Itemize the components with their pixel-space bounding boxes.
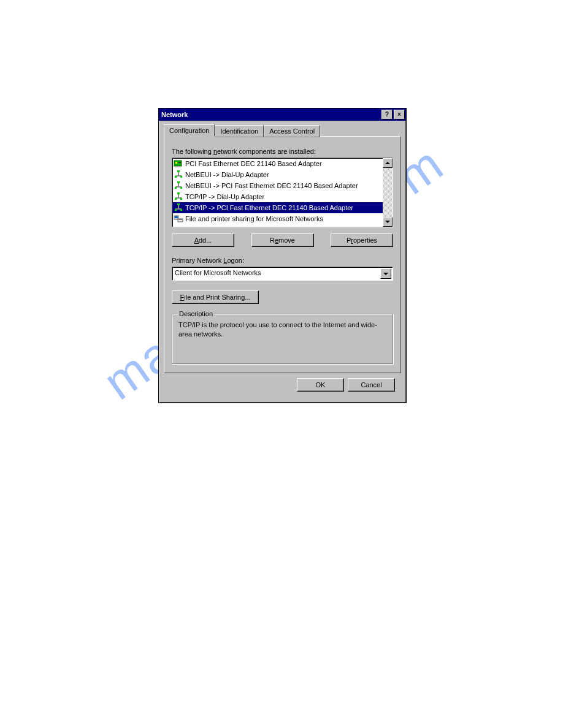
svg-rect-0 — [174, 161, 182, 166]
svg-rect-2 — [178, 162, 181, 163]
tab-identification[interactable]: Identification — [215, 125, 264, 137]
logon-label: Primary Network Logon: — [172, 257, 393, 264]
components-listbox[interactable]: PCI Fast Ethernet DEC 21140 Based Adapte… — [172, 157, 393, 227]
svg-rect-13 — [177, 181, 180, 183]
titlebar[interactable]: Network ? × — [159, 108, 406, 121]
cancel-button[interactable]: Cancel — [348, 378, 395, 392]
svg-rect-6 — [175, 176, 177, 178]
properties-button[interactable]: Properties — [331, 233, 393, 247]
help-button[interactable]: ? — [381, 110, 393, 119]
list-item-label: TCP/IP -> PCI Fast Ethernet DEC 21140 Ba… — [185, 204, 353, 211]
svg-rect-7 — [180, 176, 182, 178]
primary-logon-combo[interactable]: Client for Microsoft Networks — [172, 267, 393, 281]
svg-rect-21 — [175, 209, 177, 211]
description-groupbox: Description TCP/IP is the protocol you u… — [172, 314, 393, 364]
list-item-label: NetBEUI -> PCI Fast Ethernet DEC 21140 B… — [185, 182, 358, 189]
list-item[interactable]: TCP/IP -> PCI Fast Ethernet DEC 21140 Ba… — [172, 202, 383, 213]
proto-icon — [174, 181, 183, 191]
list-item-label: File and printer sharing for Microsoft N… — [185, 215, 323, 222]
proto-icon — [174, 203, 183, 213]
list-item-label: NetBEUI -> Dial-Up Adapter — [185, 171, 269, 178]
list-item[interactable]: NetBEUI -> Dial-Up Adapter — [172, 169, 383, 180]
list-item[interactable]: File and printer sharing for Microsoft N… — [172, 213, 383, 224]
proto-icon — [174, 170, 183, 180]
svg-rect-3 — [175, 166, 181, 167]
svc-icon — [174, 214, 183, 224]
list-item[interactable]: NetBEUI -> PCI Fast Ethernet DEC 21140 B… — [172, 180, 383, 191]
list-item-label: PCI Fast Ethernet DEC 21140 Based Adapte… — [185, 160, 322, 167]
svg-rect-8 — [177, 170, 180, 172]
close-button[interactable]: × — [394, 110, 405, 119]
list-item-label: TCP/IP -> Dial-Up Adapter — [185, 193, 264, 200]
tabstrip: Configuration Identification Access Cont… — [164, 124, 401, 137]
dialog-title: Network — [161, 111, 188, 118]
svg-rect-18 — [177, 192, 180, 194]
chevron-down-icon — [383, 273, 388, 275]
chevron-down-icon — [385, 221, 390, 223]
scroll-track[interactable] — [383, 168, 393, 217]
nic-icon — [174, 159, 183, 169]
svg-rect-27 — [178, 219, 182, 220]
primary-logon-value: Client for Microsoft Networks — [172, 267, 379, 280]
svg-rect-1 — [175, 162, 177, 164]
svg-rect-11 — [175, 187, 177, 189]
svg-rect-12 — [180, 187, 182, 189]
description-title: Description — [177, 310, 215, 317]
list-item[interactable]: TCP/IP -> Dial-Up Adapter — [172, 191, 383, 202]
ok-button[interactable]: OK — [297, 378, 344, 392]
remove-button[interactable]: Remove — [251, 233, 314, 247]
scroll-down-button[interactable] — [383, 217, 393, 227]
tab-access-control[interactable]: Access Control — [264, 125, 320, 137]
scrollbar[interactable] — [383, 158, 393, 227]
svg-rect-17 — [180, 198, 182, 200]
combo-dropdown-button[interactable] — [380, 268, 391, 279]
file-print-sharing-button[interactable]: File and Print Sharing... — [172, 290, 259, 304]
components-label: The following network components are ins… — [172, 148, 393, 155]
description-text: TCP/IP is the protocol you use to connec… — [178, 320, 386, 339]
svg-rect-16 — [175, 198, 177, 200]
tab-configuration[interactable]: Configuration — [164, 124, 215, 137]
chevron-up-icon — [385, 162, 390, 164]
svg-rect-25 — [175, 216, 178, 218]
svg-rect-23 — [177, 203, 180, 205]
svg-rect-22 — [180, 209, 182, 211]
proto-icon — [174, 192, 183, 202]
network-dialog: Network ? × Configuration Identification… — [158, 108, 407, 403]
svg-rect-26 — [178, 219, 183, 222]
add-button[interactable]: Add... — [172, 233, 234, 247]
tabpane-configuration: The following network components are ins… — [164, 136, 401, 373]
scroll-up-button[interactable] — [383, 158, 393, 168]
list-item[interactable]: PCI Fast Ethernet DEC 21140 Based Adapte… — [172, 158, 383, 169]
